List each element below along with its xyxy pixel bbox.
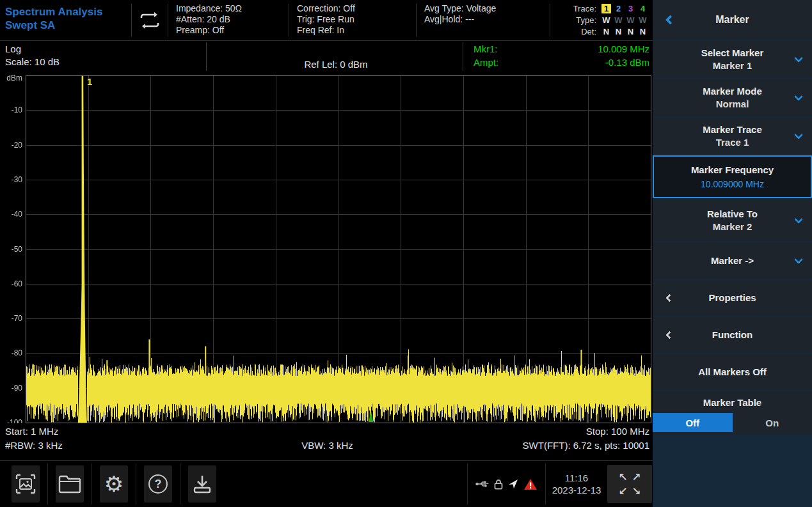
chevron-left-icon (665, 15, 676, 25)
menu-back-header[interactable]: Marker (653, 0, 812, 40)
gear-icon: ⚙ (104, 471, 123, 497)
average-settings-block[interactable]: Avg Type: Voltage Avg|Hold: --- (417, 0, 550, 40)
marker-frequency-readout: 10.009 MHz (598, 42, 649, 56)
trigger-value: Trig: Free Run (297, 14, 416, 25)
trigger-settings-block[interactable]: Correction: Off Trig: Free Run Freq Ref:… (289, 0, 416, 40)
annotation-row: Log Scale: 10 dB Ref Lel: 0 dBm Mkr1: 10… (0, 41, 653, 72)
help-button[interactable]: ? (144, 465, 172, 503)
det-row-label: Det: (581, 27, 596, 36)
trace-4-det: N (637, 27, 649, 36)
menu-title: Marker (715, 14, 749, 26)
trace-1-indicator: 1 (601, 4, 611, 13)
screenshot-button[interactable] (12, 465, 40, 503)
sweep-annotation-row: Start: 1 MHz Stop: 100 MHz #RBW: 3 kHz V… (0, 423, 653, 460)
spectrum-plot[interactable] (0, 72, 653, 423)
trace-1-det: N (600, 27, 612, 36)
trace-3-indicator: 3 (625, 4, 637, 13)
start-frequency-label[interactable]: Start: 1 MHz (5, 425, 220, 439)
save-button[interactable] (188, 465, 216, 503)
ref-level-setting[interactable]: Ref Lel: 0 dBm (211, 59, 461, 70)
app-title-line1: Spectrum Analysis (5, 5, 131, 19)
clock[interactable]: 11:16 2023-12-13 (546, 472, 607, 496)
impedance-value: Impedance: 50Ω (176, 3, 289, 14)
properties-submenu-button[interactable]: Properties (653, 280, 812, 316)
marker-trace-button[interactable]: Marker Trace Trace 1 (653, 118, 812, 154)
warning-icon (523, 478, 537, 490)
divider (136, 464, 136, 504)
marker-ampt-label: Ampt: (474, 56, 498, 69)
marker-ampt-readout: -0.13 dBm (605, 56, 649, 69)
marker-table-off-button[interactable]: Off (653, 413, 733, 432)
app-title[interactable]: Spectrum Analysis Swept SA (0, 0, 131, 40)
scale-type-label: Log (5, 43, 60, 56)
measurement-bar: Spectrum Analysis Swept SA Impedance: 50… (0, 0, 653, 41)
select-marker-button[interactable]: Select Marker Marker 1 (653, 41, 812, 78)
marker-menu-panel: Marker Select Marker Marker 1 Marker Mod… (653, 0, 812, 507)
settings-button[interactable]: ⚙ (100, 465, 128, 503)
main-area: Spectrum Analysis Swept SA Impedance: 50… (0, 0, 653, 507)
usb-icon (475, 480, 490, 488)
all-markers-off-button[interactable]: All Markers Off (653, 354, 812, 390)
system-toolbar: ⚙ ? (0, 460, 653, 507)
chevron-down-icon (794, 130, 803, 139)
folder-icon (58, 474, 81, 494)
relative-to-button[interactable]: Relative To Marker 2 (653, 199, 812, 241)
marker-table-control: Marker Table Off On (653, 391, 812, 435)
avg-type-value: Avg Type: Voltage (424, 3, 550, 14)
marker-readout: Mkr1: 10.009 MHz Ampt: -0.13 dBm (474, 42, 649, 69)
chevron-left-icon (665, 294, 674, 302)
screenshot-icon (15, 473, 36, 495)
trace-3-det: N (625, 27, 637, 36)
fullscreen-button[interactable]: ↖↗↙↘ (607, 465, 652, 503)
vbw-label[interactable]: VBW: 3 kHz (220, 439, 435, 453)
chevron-down-icon (794, 214, 803, 223)
time-value: 11:16 (548, 472, 605, 484)
trace-1-type: W (600, 15, 612, 25)
marker-to-button[interactable]: Marker -> (653, 242, 812, 279)
trace-4-type: W (637, 15, 649, 25)
file-explorer-button[interactable] (56, 465, 84, 503)
divider (206, 42, 207, 71)
app-title-line2: Swept SA (5, 19, 131, 32)
marker-readout-label: Mkr1: (474, 42, 498, 56)
rbw-label[interactable]: #RBW: 3 kHz (5, 439, 220, 453)
freq-ref-value: Freq Ref: In (297, 25, 416, 36)
scale-value-label: Scale: 10 dB (5, 56, 60, 68)
sweep-time-label: SWT(FFT): 6.72 s, pts: 10001 (434, 439, 649, 453)
chevron-down-icon (794, 254, 803, 263)
trace-row-label: Trace: (573, 4, 596, 13)
expand-arrows-icon: ↖ (618, 471, 627, 483)
stop-frequency-label[interactable]: Stop: 100 MHz (434, 425, 649, 439)
function-submenu-button[interactable]: Function (653, 317, 812, 353)
divider (47, 464, 48, 504)
divider (92, 464, 92, 504)
spectrum-chart-area (0, 72, 653, 423)
correction-value: Correction: Off (297, 3, 416, 14)
atten-value: #Atten: 20 dB (176, 14, 289, 25)
menu-panel-background (653, 436, 812, 507)
date-value: 2023-12-13 (548, 484, 605, 496)
help-icon: ? (148, 474, 168, 494)
trace-2-det: N (612, 27, 625, 36)
trace-4-indicator: 4 (637, 4, 649, 13)
nav-arrow-icon (507, 478, 519, 490)
sweep-loop-icon (138, 10, 162, 31)
trace-2-type: W (612, 15, 625, 25)
divider (180, 464, 180, 504)
scale-setting[interactable]: Log Scale: 10 dB (5, 43, 60, 68)
chevron-left-icon (665, 331, 674, 339)
trace-3-type: W (625, 15, 637, 25)
divider (463, 42, 463, 71)
type-row-label: Type: (576, 15, 596, 25)
continuous-sweep-button[interactable] (132, 0, 168, 40)
save-icon (192, 474, 212, 494)
trace-indicators[interactable]: Trace: 1 2 3 4 Type: W W W W Det: N N N … (550, 0, 653, 40)
lock-icon (494, 479, 503, 490)
marker-mode-button[interactable]: Marker Mode Normal (653, 79, 812, 116)
input-settings-block[interactable]: Impedance: 50Ω #Atten: 20 dB Preamp: Off (168, 0, 289, 40)
marker-frequency-field[interactable]: Marker Frequency 10.009000 MHz (653, 155, 812, 198)
marker-table-on-button[interactable]: On (733, 413, 812, 432)
status-indicator-area[interactable] (468, 464, 545, 504)
chevron-down-icon (794, 54, 803, 63)
preamp-value: Preamp: Off (176, 25, 289, 36)
